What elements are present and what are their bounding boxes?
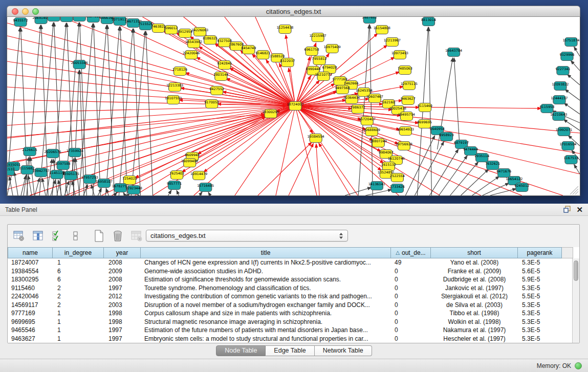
network-node[interactable]: 12444157: [551, 96, 568, 104]
network-node[interactable]: 12923448: [125, 186, 142, 194]
network-edge[interactable]: [177, 190, 179, 195]
network-node[interactable]: 18807249: [370, 139, 387, 147]
table-scrollbar[interactable]: [572, 258, 579, 343]
column-header-pagerank[interactable]: pagerank: [518, 247, 562, 258]
network-edge[interactable]: [134, 29, 141, 195]
network-node[interactable]: 1733426: [390, 184, 405, 193]
network-node[interactable]: 10973493: [391, 51, 408, 59]
network-node[interactable]: 10914479: [190, 171, 207, 180]
column-header-short[interactable]: short: [431, 247, 518, 258]
minimize-window-button[interactable]: [22, 8, 29, 15]
table-row[interactable]: 977716911998Corpus callosum shape and si…: [8, 309, 579, 318]
zoom-window-button[interactable]: [32, 8, 39, 15]
network-node[interactable]: 9245012: [514, 183, 529, 192]
network-node[interactable]: 7515526: [138, 21, 153, 30]
network-node[interactable]: 1167533: [563, 156, 578, 164]
network-node[interactable]: 8813014: [421, 17, 436, 26]
column-settings-icon[interactable]: [32, 230, 44, 242]
network-edge[interactable]: [369, 25, 373, 195]
network-edge[interactable]: [168, 190, 171, 195]
network-window-titlebar[interactable]: citations_edges.txt: [7, 6, 580, 17]
network-node[interactable]: 12213383: [166, 83, 183, 92]
network-node[interactable]: 20053346: [71, 60, 88, 69]
network-edge[interactable]: [182, 106, 295, 172]
network-node[interactable]: 12093822: [552, 82, 569, 91]
network-node[interactable]: 9329966: [559, 52, 574, 61]
network-node[interactable]: 10607467: [366, 94, 383, 103]
network-edge[interactable]: [289, 143, 313, 195]
network-edge[interactable]: [9, 177, 13, 195]
network-edge[interactable]: [131, 31, 145, 195]
network-node[interactable]: 17016504: [559, 142, 576, 150]
table-row[interactable]: 1830029562008Estimation of significance …: [8, 275, 579, 284]
network-node[interactable]: 20206576: [45, 149, 61, 158]
network-node[interactable]: 9463627: [401, 96, 416, 105]
network-node[interactable]: 13505135: [62, 171, 79, 180]
close-window-button[interactable]: [12, 8, 18, 15]
network-edge[interactable]: [28, 176, 32, 195]
network-node[interactable]: 16958107: [96, 179, 113, 188]
network-node[interactable]: 12215987: [310, 33, 326, 42]
network-node[interactable]: 2718126: [172, 67, 187, 76]
table-row[interactable]: 946362711997Embryonic stem cells: a mode…: [8, 335, 579, 343]
network-edge[interactable]: [123, 192, 125, 195]
network-node[interactable]: 19756928: [396, 142, 412, 150]
float-window-icon[interactable]: [563, 206, 571, 213]
network-node[interactable]: 7986372: [351, 105, 365, 114]
network-node[interactable]: 14136141: [368, 182, 385, 190]
table-row[interactable]: 911546021997Tourette syndrome. Phenomeno…: [8, 284, 579, 293]
network-node[interactable]: 2126615: [23, 147, 37, 156]
network-node[interactable]: 13992071: [555, 127, 572, 136]
network-node[interactable]: 15751874: [562, 38, 579, 47]
network-node[interactable]: 16154808: [374, 26, 390, 34]
network-node[interactable]: 8912954: [178, 29, 192, 38]
network-node[interactable]: 8186325: [203, 36, 217, 45]
network-node[interactable]: 1065528: [59, 17, 74, 22]
network-node[interactable]: 9427552: [209, 86, 224, 95]
table-row[interactable]: 1872400712008Changes of HCN gene express…: [8, 258, 579, 267]
column-header-in-degree[interactable]: in_degree: [53, 247, 104, 258]
network-node[interactable]: 7632621: [485, 161, 500, 170]
network-node[interactable]: 9227341: [555, 67, 570, 75]
network-edge[interactable]: [472, 176, 499, 195]
network-edge[interactable]: [295, 106, 580, 174]
network-node[interactable]: 1527602: [86, 17, 101, 23]
network-node[interactable]: 19654923: [397, 127, 414, 136]
tab-edge-table[interactable]: Edge Table: [266, 345, 314, 356]
network-node[interactable]: 2803144: [213, 72, 228, 81]
network-edge[interactable]: [295, 106, 358, 195]
network-edge[interactable]: [365, 189, 391, 195]
network-edge[interactable]: [146, 31, 153, 195]
table-row[interactable]: 1456911722003Disruption of a novel membe…: [8, 301, 579, 310]
network-edge[interactable]: [51, 180, 55, 195]
network-edge[interactable]: [30, 116, 265, 195]
network-node[interactable]: 12975115: [401, 81, 418, 90]
table-settings-icon[interactable]: [13, 230, 25, 242]
table-scrollbar-thumb[interactable]: [574, 260, 578, 281]
network-edge[interactable]: [276, 106, 295, 195]
network-node[interactable]: 18107553: [165, 96, 182, 104]
network-edge[interactable]: [14, 172, 18, 195]
network-node[interactable]: 16543982: [185, 39, 202, 48]
network-node[interactable]: 596012: [165, 26, 178, 34]
network-edge[interactable]: [319, 143, 350, 195]
table-row[interactable]: 1938455462009Genome-wide association stu…: [8, 267, 579, 276]
network-edge[interactable]: [200, 192, 202, 195]
network-node[interactable]: 13942757: [33, 168, 50, 177]
column-header-year[interactable]: year: [104, 247, 141, 258]
network-node[interactable]: 9146821: [255, 51, 270, 59]
network-node[interactable]: 8471676: [496, 169, 511, 178]
network-edge[interactable]: [7, 106, 295, 177]
network-node[interactable]: 9497568: [335, 85, 350, 94]
network-edge[interactable]: [574, 47, 580, 56]
network-node[interactable]: 19495754: [398, 112, 415, 121]
network-node[interactable]: 7955812: [312, 56, 327, 65]
network-node[interactable]: 7463822: [151, 24, 166, 33]
network-node[interactable]: 6961758: [304, 47, 319, 56]
network-node[interactable]: 2522554: [390, 173, 405, 182]
network-edge[interactable]: [490, 189, 516, 195]
network-node[interactable]: 16643784: [445, 48, 462, 57]
network-edge[interactable]: [439, 156, 468, 195]
network-node[interactable]: 9170051: [204, 100, 219, 108]
network-edge[interactable]: [98, 188, 101, 195]
